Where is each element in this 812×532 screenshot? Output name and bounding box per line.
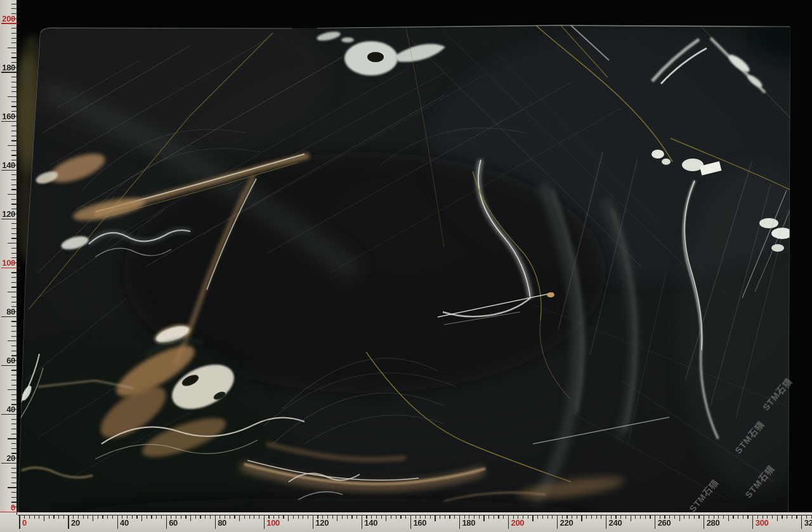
bottom-ruler-tick bbox=[547, 515, 548, 519]
left-ruler-tick bbox=[11, 434, 17, 434]
left-ruler-tick bbox=[11, 106, 17, 107]
left-ruler-tick bbox=[11, 131, 17, 131]
bottom-ruler-tick bbox=[102, 515, 103, 519]
bottom-ruler-tick bbox=[743, 515, 743, 519]
bottom-ruler-label-300: 300 bbox=[756, 519, 769, 527]
bottom-ruler-tick bbox=[777, 515, 778, 521]
bottom-ruler-tick bbox=[239, 515, 240, 521]
bottom-ruler-tick bbox=[645, 515, 646, 519]
bottom-ruler-label-240: 240 bbox=[609, 519, 622, 527]
left-ruler-tick bbox=[11, 429, 17, 429]
bottom-ruler-tick bbox=[93, 515, 93, 521]
bottom-ruler-tick bbox=[244, 515, 245, 519]
left-ruler-tick bbox=[11, 336, 17, 337]
left-ruler-label-60: 60 bbox=[0, 356, 15, 365]
left-ruler-tick bbox=[11, 38, 17, 39]
bottom-ruler-label-320: 320 bbox=[804, 519, 812, 527]
bottom-ruler-tick bbox=[264, 515, 265, 529]
bottom-ruler-tick bbox=[112, 515, 113, 519]
bottom-ruler-tick bbox=[723, 515, 724, 519]
bottom-ruler-tick bbox=[362, 515, 362, 529]
bottom-ruler-tick bbox=[161, 515, 162, 519]
bottom-ruler-tick bbox=[445, 515, 445, 519]
left-ruler-tick bbox=[11, 155, 17, 155]
bottom-ruler-label-40: 40 bbox=[120, 519, 129, 527]
bottom-ruler-tick bbox=[151, 515, 152, 519]
left-ruler-tick bbox=[11, 287, 17, 287]
left-ruler-label-40: 40 bbox=[0, 405, 15, 413]
left-ruler-tick bbox=[11, 248, 17, 249]
left-ruler-tick bbox=[8, 438, 17, 439]
bottom-ruler-tick bbox=[156, 515, 157, 519]
left-ruler-tick bbox=[11, 179, 17, 180]
bottom-ruler-tick bbox=[166, 515, 167, 529]
bottom-ruler-tick bbox=[508, 515, 509, 529]
bottom-ruler-tick bbox=[689, 515, 690, 519]
left-ruler-tick bbox=[11, 185, 17, 185]
bottom-ruler-label-100: 100 bbox=[266, 519, 280, 527]
left-ruler-tick bbox=[8, 194, 17, 195]
bottom-ruler-tick bbox=[391, 515, 391, 519]
left-ruler-tick bbox=[8, 487, 17, 488]
bottom-ruler-tick bbox=[44, 515, 44, 521]
bottom-ruler-tick bbox=[631, 515, 631, 521]
bottom-ruler-tick bbox=[459, 515, 460, 529]
left-ruler-tick bbox=[11, 302, 17, 302]
left-ruler-label-100: 100 bbox=[0, 259, 15, 267]
bottom-ruler-tick bbox=[728, 515, 729, 521]
bottom-ruler-tick bbox=[405, 515, 406, 519]
bottom-ruler-tick bbox=[498, 515, 499, 519]
left-ruler-tick bbox=[8, 389, 17, 390]
bottom-ruler-tick bbox=[205, 515, 206, 519]
left-ruler-tick bbox=[11, 238, 17, 238]
left-ruler-tick bbox=[11, 189, 17, 190]
bottom-ruler-tick bbox=[625, 515, 626, 519]
bottom-ruler-tick bbox=[650, 515, 650, 519]
bottom-ruler-tick bbox=[19, 515, 20, 529]
left-ruler-tick bbox=[11, 140, 17, 141]
bottom-ruler-tick bbox=[29, 515, 30, 519]
bottom-ruler-tick bbox=[396, 515, 396, 519]
left-ruler-tick bbox=[11, 150, 17, 151]
bottom-ruler-tick bbox=[488, 515, 489, 519]
bottom-ruler-tick bbox=[249, 515, 250, 519]
bottom-ruler-label-120: 120 bbox=[315, 519, 329, 527]
bottom-ruler-tick bbox=[259, 515, 259, 519]
bottom-ruler-tick bbox=[640, 515, 641, 519]
left-ruler-tick bbox=[11, 42, 17, 43]
bottom-ruler-tick bbox=[606, 515, 606, 529]
bottom-ruler-tick bbox=[503, 515, 504, 519]
left-ruler-tick bbox=[11, 375, 17, 375]
bottom-ruler-tick bbox=[430, 515, 431, 519]
bottom-ruler-tick bbox=[210, 515, 211, 519]
bottom-ruler-label-280: 280 bbox=[707, 519, 720, 527]
left-ruler-tick bbox=[11, 472, 17, 473]
bottom-ruler-tick bbox=[332, 515, 333, 519]
bottom-ruler-label-140: 140 bbox=[364, 519, 377, 527]
left-ruler-label-200: 200 bbox=[0, 15, 15, 23]
left-ruler-tick bbox=[11, 8, 17, 9]
bottom-ruler-tick bbox=[357, 515, 357, 519]
left-ruler-label-120: 120 bbox=[0, 210, 15, 218]
bottom-ruler-tick bbox=[234, 515, 235, 519]
left-ruler-tick bbox=[11, 228, 17, 229]
bottom-ruler-tick bbox=[117, 515, 118, 529]
bottom-ruler-tick bbox=[313, 515, 313, 529]
left-ruler-tick bbox=[11, 57, 17, 58]
bottom-ruler-tick bbox=[386, 515, 386, 521]
bottom-ruler-tick bbox=[479, 515, 480, 519]
bottom-ruler-tick bbox=[98, 515, 98, 519]
bottom-ruler-tick bbox=[351, 515, 352, 519]
bottom-ruler-tick bbox=[107, 515, 108, 519]
left-ruler-tick bbox=[11, 380, 17, 380]
left-ruler-tick bbox=[11, 82, 17, 82]
bottom-ruler-tick bbox=[254, 515, 254, 519]
bottom-ruler-tick bbox=[581, 515, 582, 521]
bottom-ruler-tick bbox=[230, 515, 230, 519]
bottom-ruler-tick bbox=[528, 515, 528, 519]
bottom-ruler-tick bbox=[215, 515, 216, 529]
bottom-ruler-tick bbox=[752, 515, 753, 529]
bottom-ruler-tick bbox=[704, 515, 704, 529]
left-ruler-label-0: 0 bbox=[0, 503, 15, 512]
left-ruler-tick bbox=[8, 243, 17, 243]
